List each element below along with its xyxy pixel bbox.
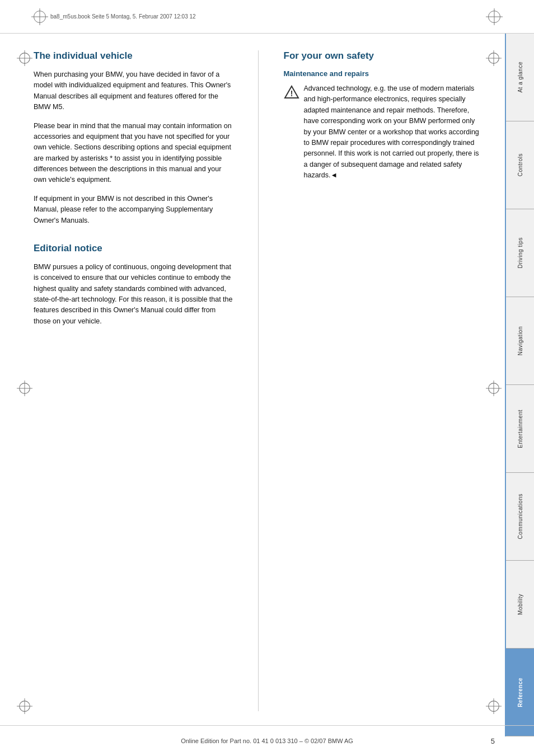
warning-triangle-icon: ! [284, 84, 299, 100]
editorial-para1: BMW pursues a policy of continuous, ongo… [34, 262, 233, 327]
individual-vehicle-para2: Please bear in mind that the manual may … [34, 121, 233, 186]
bottom-bar: Online Edition for Part no. 01 41 0 013 … [0, 725, 534, 756]
top-crosshair-left [34, 11, 46, 23]
page: ba8_m5us.book Seite 5 Montag, 5. Februar… [0, 0, 534, 756]
warning-text: Advanced technology, e.g. the use of mod… [304, 83, 483, 181]
main-content: The individual vehicle When purchasing y… [0, 34, 505, 722]
top-crosshair-right [488, 11, 500, 23]
footer-text: Online Edition for Part no. 01 41 0 013 … [181, 738, 353, 744]
safety-title: For your own safety [284, 50, 483, 62]
file-info: ba8_m5us.book Seite 5 Montag, 5. Februar… [50, 13, 196, 20]
sidebar-item-entertainment[interactable]: Entertainment [506, 385, 534, 473]
sidebar-item-controls[interactable]: Controls [506, 121, 534, 209]
sidebar-tabs: At a glance Controls Driving tips Naviga… [505, 34, 534, 736]
tab-label-mobility: Mobility [517, 594, 523, 615]
page-number: 5 [491, 737, 495, 745]
svg-text:!: ! [290, 89, 293, 98]
sidebar-item-reference[interactable]: Reference [506, 649, 534, 736]
individual-vehicle-para3: If equipment in your BMW is not describe… [34, 194, 233, 226]
individual-vehicle-title: The individual vehicle [34, 50, 233, 62]
sidebar-item-driving-tips[interactable]: Driving tips [506, 209, 534, 297]
tab-label-navigation: Navigation [517, 326, 523, 355]
tab-label-controls: Controls [517, 153, 523, 176]
individual-vehicle-section: The individual vehicle When purchasing y… [34, 50, 233, 226]
sidebar-item-navigation[interactable]: Navigation [506, 297, 534, 385]
safety-section: For your own safety Maintenance and repa… [284, 50, 483, 181]
warning-block: ! Advanced technology, e.g. the use of m… [284, 83, 483, 181]
column-divider [258, 50, 259, 711]
individual-vehicle-para1: When purchasing your BMW, you have decid… [34, 69, 233, 113]
tab-label-entertainment: Entertainment [517, 410, 523, 448]
editorial-title: Editorial notice [34, 243, 233, 254]
maintenance-subtitle: Maintenance and repairs [284, 69, 483, 78]
right-column: For your own safety Maintenance and repa… [278, 50, 483, 711]
top-strip: ba8_m5us.book Seite 5 Montag, 5. Februar… [0, 0, 534, 34]
sidebar-item-at-a-glance[interactable]: At a glance [506, 34, 534, 121]
tab-label-reference: Reference [517, 678, 523, 707]
tab-label-communications: Communications [517, 494, 523, 539]
sidebar-item-communications[interactable]: Communications [506, 473, 534, 561]
editorial-section: Editorial notice BMW pursues a policy of… [34, 243, 233, 327]
left-column: The individual vehicle When purchasing y… [34, 50, 238, 711]
tab-label-driving-tips: Driving tips [517, 237, 523, 268]
tab-label-at-a-glance: At a glance [517, 62, 523, 93]
crosshair-circle-top-right [488, 11, 500, 23]
sidebar-item-mobility[interactable]: Mobility [506, 561, 534, 649]
crosshair-circle-top-left [34, 11, 46, 23]
